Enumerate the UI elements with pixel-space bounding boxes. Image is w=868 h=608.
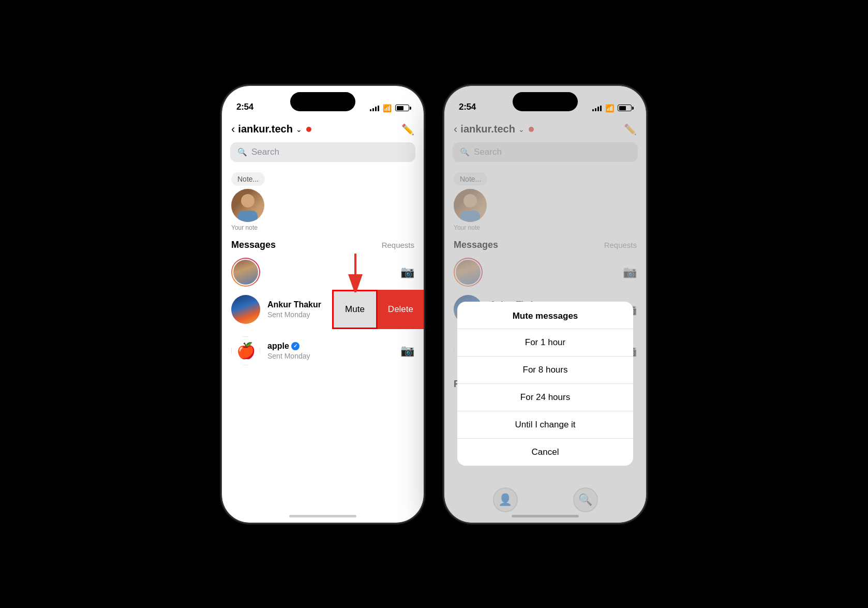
your-note-label-1: Your note xyxy=(231,224,258,231)
messages-header-1: Messages Requests xyxy=(222,238,424,255)
apple-preview: Sent Monday xyxy=(267,352,393,360)
verified-badge-apple: ✓ xyxy=(291,342,300,350)
camera-icon-1[interactable]: 📷 xyxy=(400,265,414,279)
phone-1-screen: 2:54 📶 xyxy=(222,86,424,523)
story-ring-item-1[interactable] xyxy=(231,258,260,287)
home-indicator-2 xyxy=(512,515,579,517)
header-left-1: ‹ iankur.tech ⌄ xyxy=(231,123,311,136)
search-placeholder-1: Search xyxy=(251,147,279,157)
status-time-2: 2:54 xyxy=(459,102,476,112)
apple-message-item[interactable]: 🍎 apple ✓ Sent Monday 📷 xyxy=(222,331,424,370)
note-avatar-1[interactable] xyxy=(231,189,264,222)
messages-title-1: Messages xyxy=(231,240,276,250)
signal-icon-1 xyxy=(370,105,379,111)
status-icons-2: 📶 xyxy=(592,104,632,112)
red-arrow-annotation xyxy=(342,251,368,294)
battery-icon-2 xyxy=(618,105,632,111)
ankur-message-row: Ankur Thakur Sent Monday 📷 xyxy=(222,290,424,329)
mute-cancel-button[interactable]: Cancel xyxy=(457,439,633,466)
phone-1: 2:54 📶 xyxy=(222,86,424,523)
phone-2-screen: 2:54 📶 xyxy=(444,86,646,523)
online-dot-1 xyxy=(306,127,311,132)
mute-option-1-hour[interactable]: For 1 hour xyxy=(457,329,633,356)
wifi-icon-1: 📶 xyxy=(383,104,392,112)
signal-icon-2 xyxy=(592,105,602,111)
phones-container: 2:54 📶 xyxy=(222,86,646,523)
status-icons-1: 📶 xyxy=(370,104,409,112)
apple-avatar: 🍎 xyxy=(231,336,260,365)
mute-option-until-change[interactable]: Until I change it xyxy=(457,411,633,438)
mute-option-8-hours[interactable]: For 8 hours xyxy=(457,357,633,383)
apple-info: apple ✓ Sent Monday xyxy=(267,342,393,360)
note-section-1: Note... Your note xyxy=(222,168,424,238)
status-time-1: 2:54 xyxy=(236,102,253,112)
modal-title: Mute messages xyxy=(457,302,633,329)
compose-icon-1[interactable]: ✏️ xyxy=(401,123,414,136)
ankur-avatar xyxy=(231,295,260,324)
app-content-1: ‹ iankur.tech ⌄ ✏️ 🔍 Search Note... xyxy=(222,116,424,523)
dynamic-island-2 xyxy=(513,92,578,111)
apple-camera-icon[interactable]: 📷 xyxy=(400,344,414,358)
search-icon-1: 🔍 xyxy=(237,147,247,157)
note-bubble-1: Note... xyxy=(231,172,265,186)
delete-button-action[interactable]: Delete xyxy=(378,290,424,329)
mute-option-24-hours[interactable]: For 24 hours xyxy=(457,384,633,411)
mute-messages-modal: Mute messages For 1 hour For 8 hours For… xyxy=(457,302,633,466)
chevron-down-icon-1[interactable]: ⌄ xyxy=(296,125,302,134)
requests-link-1[interactable]: Requests xyxy=(382,241,414,249)
app-header-1: ‹ iankur.tech ⌄ ✏️ xyxy=(222,116,424,140)
camera-row-1: 📷 xyxy=(222,255,424,290)
search-bar-1[interactable]: 🔍 Search xyxy=(230,142,415,162)
apple-name: apple ✓ xyxy=(267,342,393,351)
swipe-actions-1: Mute Delete xyxy=(332,290,424,329)
dynamic-island-1 xyxy=(290,92,355,111)
phone-2: 2:54 📶 xyxy=(444,86,646,523)
home-indicator-1 xyxy=(289,515,356,517)
battery-icon-1 xyxy=(395,105,409,111)
wifi-icon-2: 📶 xyxy=(605,104,614,112)
back-button-1[interactable]: ‹ xyxy=(231,123,235,136)
mute-button-action[interactable]: Mute xyxy=(332,290,378,329)
header-title-1: iankur.tech xyxy=(238,123,293,135)
